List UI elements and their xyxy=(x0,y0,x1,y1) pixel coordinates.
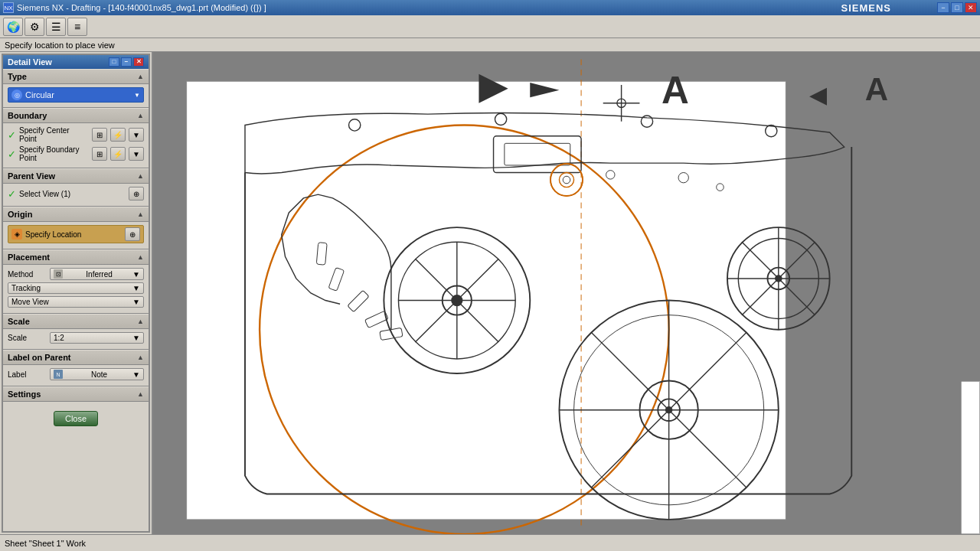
label-parent-section-header[interactable]: Label on Parent ▲ xyxy=(3,350,149,365)
type-section-label: Type xyxy=(8,72,27,81)
origin-collapse-icon: ▲ xyxy=(137,210,144,218)
dialog-restore-button[interactable]: □ xyxy=(109,57,119,67)
close-button[interactable]: ✕ xyxy=(965,2,977,13)
boundary-point-btn-3[interactable]: ▼ xyxy=(129,147,144,161)
boundary-collapse-icon: ▲ xyxy=(137,112,144,119)
scale-section-header[interactable]: Scale ▲ xyxy=(3,314,149,329)
settings-section-header[interactable]: Settings ▲ xyxy=(3,386,149,402)
main-layout: Detail View □ − ✕ Type ▲ ◎ Circular ▼ xyxy=(0,52,980,534)
label-row: Label N Note ▼ xyxy=(8,368,144,380)
drawing-area[interactable]: A xyxy=(153,52,980,534)
instruction-text: Specify location to place view xyxy=(5,41,115,50)
dialog-title: Detail View xyxy=(8,57,109,67)
specify-boundary-row: ✓ Specify Boundary Point ⊞ ⚡ ▼ xyxy=(8,145,144,162)
dialog-close-button[interactable]: ✕ xyxy=(133,57,144,67)
toolbar-group-1: 🌍 ⚙ ☰ ≡ xyxy=(3,18,87,36)
close-button-container: Close xyxy=(3,402,149,435)
boundary-section-header[interactable]: Boundary ▲ xyxy=(3,108,149,123)
select-view-btn[interactable]: ⊕ xyxy=(129,187,144,201)
parent-view-section-content: ✓ Select View (1) ⊕ xyxy=(3,184,149,206)
list-button[interactable]: ≡ xyxy=(67,18,87,36)
parent-view-section-header[interactable]: Parent View ▲ xyxy=(3,168,149,184)
dialog-minimize-button[interactable]: − xyxy=(121,57,132,67)
center-point-btn-3[interactable]: ▼ xyxy=(129,128,144,142)
instruction-bar: Specify location to place view xyxy=(0,38,980,52)
left-panel: Detail View □ − ✕ Type ▲ ◎ Circular ▼ xyxy=(0,52,153,534)
maximize-button[interactable]: □ xyxy=(951,2,963,13)
settings-section-label: Settings xyxy=(8,390,41,399)
label-parent-section-content: Label N Note ▼ xyxy=(3,365,149,386)
specify-location-icon: ◈ xyxy=(11,229,22,240)
parent-view-collapse-icon: ▲ xyxy=(137,172,144,180)
settings-button[interactable]: ⚙ xyxy=(24,18,44,36)
scale-row: Scale 1:2 ▼ xyxy=(8,332,144,344)
view-label-a: A xyxy=(865,71,888,108)
scale-collapse-icon: ▲ xyxy=(137,318,144,325)
status-text: Sheet "Sheet 1" Work xyxy=(5,539,86,548)
boundary-point-btn-1[interactable]: ⊞ xyxy=(92,147,107,161)
placement-collapse-icon: ▲ xyxy=(137,253,144,261)
app-icon: NX xyxy=(3,2,14,13)
boundary-point-btn-2[interactable]: ⚡ xyxy=(110,147,126,161)
placement-section-content: Method ⊡ Inferred ▼ Tracking ▼ Move View… xyxy=(3,265,149,313)
specify-location-row[interactable]: ◈ Specify Location ⊕ xyxy=(8,225,144,243)
status-bar: Sheet "Sheet 1" Work xyxy=(0,534,980,551)
title-bar: NX Siemens NX - Drafting - [140-f40001nx… xyxy=(0,0,980,15)
type-section-header[interactable]: Type ▲ xyxy=(3,69,149,84)
select-view-label: Select View (1) xyxy=(19,190,126,198)
menu-button[interactable]: ☰ xyxy=(46,18,66,36)
label-dropdown[interactable]: N Note ▼ xyxy=(50,368,144,380)
minimize-button[interactable]: − xyxy=(937,2,949,13)
type-dropdown-arrow: ▼ xyxy=(134,92,140,99)
tracking-dropdown[interactable]: Tracking ▼ xyxy=(8,282,144,294)
globe-button[interactable]: 🌍 xyxy=(3,18,23,36)
center-point-btn-2[interactable]: ⚡ xyxy=(110,128,126,142)
tracking-value: Tracking xyxy=(11,284,41,292)
scale-label: Scale xyxy=(8,334,50,342)
origin-section-label: Origin xyxy=(8,210,32,219)
close-dialog-button[interactable]: Close xyxy=(54,411,98,426)
placement-section-header[interactable]: Placement ▲ xyxy=(3,249,149,265)
method-arrow: ▼ xyxy=(132,270,140,279)
method-dropdown[interactable]: ⊡ Inferred ▼ xyxy=(50,268,144,280)
dialog-panel: Detail View □ − ✕ Type ▲ ◎ Circular ▼ xyxy=(2,54,150,533)
scale-arrow: ▼ xyxy=(132,334,140,342)
label-parent-section-label: Label on Parent xyxy=(8,353,71,362)
label-arrow: ▼ xyxy=(132,370,140,379)
specify-center-row: ✓ Specify Center Point ⊞ ⚡ ▼ xyxy=(8,126,144,143)
method-label: Method xyxy=(8,270,50,279)
scale-section-label: Scale xyxy=(8,317,30,326)
select-view-check-icon: ✓ xyxy=(8,188,16,200)
toolbar: 🌍 ⚙ ☰ ≡ xyxy=(0,15,980,38)
inferred-icon: ⊡ xyxy=(54,269,63,279)
method-row: Method ⊡ Inferred ▼ xyxy=(8,268,144,280)
specify-location-label: Specify Location xyxy=(25,230,125,239)
dialog-header: Detail View □ − ✕ xyxy=(3,55,149,69)
tracking-arrow: ▼ xyxy=(132,284,140,292)
method-value: Inferred xyxy=(86,270,112,279)
type-section-content: ◎ Circular ▼ xyxy=(3,84,149,107)
select-view-row: ✓ Select View (1) ⊕ xyxy=(8,187,144,201)
scale-input[interactable]: 1:2 ▼ xyxy=(50,332,144,344)
move-view-arrow: ▼ xyxy=(132,298,140,306)
scale-section-content: Scale 1:2 ▼ xyxy=(3,329,149,349)
center-point-btn-1[interactable]: ⊞ xyxy=(92,128,107,142)
label-parent-collapse-icon: ▲ xyxy=(137,354,144,361)
move-view-label: Move View xyxy=(11,298,49,306)
origin-section-content: ◈ Specify Location ⊕ xyxy=(3,222,149,249)
circular-icon: ◎ xyxy=(11,90,22,100)
parent-view-section-label: Parent View xyxy=(8,171,55,181)
scale-value: 1:2 xyxy=(54,334,64,342)
window-controls: − □ ✕ xyxy=(937,2,977,13)
type-dropdown[interactable]: ◎ Circular ▼ xyxy=(8,87,144,103)
boundary-section-label: Boundary xyxy=(8,111,47,120)
dialog-controls: □ − ✕ xyxy=(109,57,144,67)
specify-location-btn[interactable]: ⊕ xyxy=(125,227,140,241)
move-view-dropdown[interactable]: Move View ▼ xyxy=(8,296,144,308)
engine-drawing: A xyxy=(153,52,980,534)
type-collapse-icon: ▲ xyxy=(137,73,144,80)
origin-section-header[interactable]: Origin ▲ xyxy=(3,207,149,222)
center-check-icon: ✓ xyxy=(8,129,16,141)
boundary-section-content: ✓ Specify Center Point ⊞ ⚡ ▼ ✓ Specify B… xyxy=(3,123,149,168)
boundary-check-icon: ✓ xyxy=(8,148,16,160)
